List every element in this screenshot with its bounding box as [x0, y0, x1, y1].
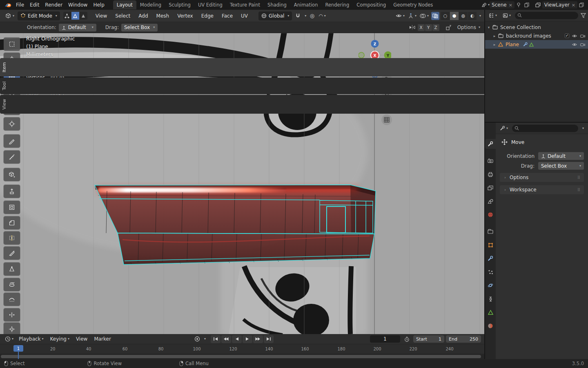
expand-icon[interactable]: ▾	[487, 25, 491, 29]
workspace-tab-shading[interactable]: Shading	[264, 0, 290, 9]
outliner-row-plane[interactable]: ▸ Plane	[485, 40, 588, 49]
workspace-tab-modeling[interactable]: Modeling	[136, 0, 165, 9]
mirror-z-button[interactable]: Z	[432, 24, 439, 31]
new-viewlayer-button[interactable]	[577, 1, 586, 9]
orientation-dropdown[interactable]: Default ▾	[538, 152, 584, 160]
menu-add[interactable]: Add	[135, 11, 151, 20]
keying-set-dropdown[interactable]: ▾	[204, 337, 206, 341]
tool-add-cube-button[interactable]	[4, 168, 20, 181]
tool-options-dropdown[interactable]: Options ▾	[457, 25, 480, 30]
sidebar-tab-tool[interactable]: Tool	[0, 77, 484, 94]
workspace-tab-layout[interactable]: Layout	[113, 0, 136, 9]
play-button[interactable]	[243, 335, 252, 343]
solid-shading-button[interactable]: ●	[450, 12, 459, 20]
scrollbar-thumb[interactable]	[1, 355, 481, 358]
disable-render-camera-icon[interactable]	[580, 34, 586, 38]
scene-name-field[interactable]: Scene ×	[490, 1, 514, 9]
workspace-tab-sculpting[interactable]: Sculpting	[165, 0, 194, 9]
mirror-y-button[interactable]: Y	[425, 24, 432, 31]
start-frame-field[interactable]: Start 1	[413, 335, 444, 343]
hide-eye-icon[interactable]	[572, 34, 577, 38]
tool-drag-dropdown[interactable]: Select Box ▾	[121, 24, 158, 31]
properties-tab-tool[interactable]	[485, 139, 496, 149]
viewlayer-browse-button[interactable]	[534, 1, 542, 9]
properties-tab-material[interactable]	[485, 321, 496, 331]
properties-editor-type-button[interactable]: ▾	[498, 125, 510, 132]
hide-eye-icon[interactable]	[572, 43, 577, 47]
workspace-tab-rendering[interactable]: Rendering	[321, 0, 353, 9]
properties-tab-particles[interactable]	[485, 267, 496, 277]
workspace-tab-compositing[interactable]: Compositing	[353, 0, 390, 9]
tool-edge-slide-button[interactable]	[4, 308, 20, 321]
menu-file[interactable]: File	[13, 1, 27, 9]
tool-shrink-fatten-button[interactable]	[4, 323, 20, 334]
tool-transform-button[interactable]	[4, 117, 20, 130]
xray-toggle-button[interactable]	[431, 12, 439, 20]
tool-loop-cut-button[interactable]	[4, 231, 20, 245]
menu-keying[interactable]: Keying▾	[47, 335, 72, 343]
pin-scene-button[interactable]	[514, 1, 523, 9]
workspace-section-header[interactable]: › Workspace ⠿	[500, 185, 584, 194]
snap-settings-dropdown[interactable]: ▾	[305, 14, 306, 18]
workspace-tab-scripting[interactable]: Scripting	[437, 0, 439, 9]
rendered-shading-button[interactable]: ◐	[468, 12, 477, 20]
menu-edge[interactable]: Edge	[198, 11, 217, 20]
outliner-editor-type-button[interactable]: ▾	[487, 12, 499, 19]
previous-keyframe-button[interactable]	[221, 335, 231, 343]
tool-spin-button[interactable]	[4, 278, 20, 291]
timeline-editor-type-button[interactable]: ▾	[3, 335, 15, 343]
menu-uv[interactable]: UV	[238, 11, 251, 20]
jump-to-end-button[interactable]	[264, 335, 274, 343]
shading-settings-dropdown[interactable]: ▾	[479, 14, 481, 18]
perspective-toggle-button[interactable]	[381, 114, 392, 125]
tool-poly-build-button[interactable]	[4, 263, 20, 276]
tool-orientation-dropdown[interactable]: Default ▾	[59, 24, 96, 31]
viewlayer-name-field[interactable]: ViewLayer ×	[542, 1, 577, 9]
object-type-visibility-dropdown[interactable]: ▾	[395, 12, 405, 20]
sidebar-tab-view[interactable]: View	[0, 95, 484, 114]
outliner-row-scene-collection[interactable]: ▾ Scene Collection	[485, 23, 588, 31]
menu-mesh[interactable]: Mesh	[153, 11, 173, 20]
tool-select-box-button[interactable]	[4, 38, 20, 51]
viewport-3d[interactable]: Right Orthographic (1) Plane Millimeters…	[0, 33, 484, 334]
editor-type-button[interactable]: ▾	[3, 12, 16, 20]
menu-edit[interactable]: Edit	[27, 1, 42, 9]
workspace-tab-uv-editing[interactable]: UV Editing	[194, 0, 226, 9]
menu-render[interactable]: Render	[42, 1, 65, 9]
tool-smooth-button[interactable]	[4, 293, 20, 306]
menu-marker[interactable]: Marker	[91, 335, 114, 343]
tool-annotate-button[interactable]	[4, 135, 20, 148]
menu-vertex[interactable]: Vertex	[174, 11, 196, 20]
new-scene-button[interactable]	[523, 1, 531, 9]
sidebar-tab-item[interactable]: Item	[0, 58, 484, 76]
end-frame-field[interactable]: End 250	[446, 335, 481, 343]
workspace-tab-texture-paint[interactable]: Texture Paint	[226, 0, 264, 9]
face-select-button[interactable]	[80, 12, 87, 20]
blender-menu-button[interactable]	[2, 1, 13, 9]
edge-select-button[interactable]	[71, 12, 79, 20]
menu-select[interactable]: Select	[112, 11, 134, 20]
workspace-tab-geometry-nodes[interactable]: Geometry Nodes	[390, 0, 437, 9]
snap-base-icon[interactable]	[446, 25, 452, 30]
show-overlays-button[interactable]: ▾	[419, 12, 430, 20]
play-reverse-button[interactable]	[232, 335, 242, 343]
menu-playback[interactable]: Playback▾	[16, 335, 47, 343]
outliner-search-input[interactable]	[515, 12, 578, 19]
jump-to-start-button[interactable]	[211, 335, 220, 343]
outliner-row-background-images[interactable]: ▸ backround images ✓	[485, 31, 588, 40]
properties-tab-modifiers[interactable]	[485, 254, 496, 263]
properties-tab-object-data[interactable]	[485, 307, 496, 317]
menu-face[interactable]: Face	[218, 11, 236, 20]
properties-tab-world[interactable]	[485, 210, 496, 220]
menu-window[interactable]: Window	[65, 1, 90, 9]
use-preview-range-button[interactable]	[402, 335, 412, 343]
next-keyframe-button[interactable]	[253, 335, 263, 343]
proportional-editing-button[interactable]: ◎	[308, 12, 316, 20]
proportional-falloff-dropdown[interactable]: ◠▾	[318, 12, 327, 20]
wireframe-shading-button[interactable]: ○	[441, 12, 450, 20]
drag-dropdown[interactable]: Select Box ▾	[538, 162, 584, 170]
properties-search-input[interactable]	[512, 125, 578, 132]
tool-bevel-button[interactable]	[4, 216, 20, 229]
show-gizmo-button[interactable]: ▾	[407, 12, 417, 20]
properties-tab-render[interactable]	[485, 156, 496, 166]
